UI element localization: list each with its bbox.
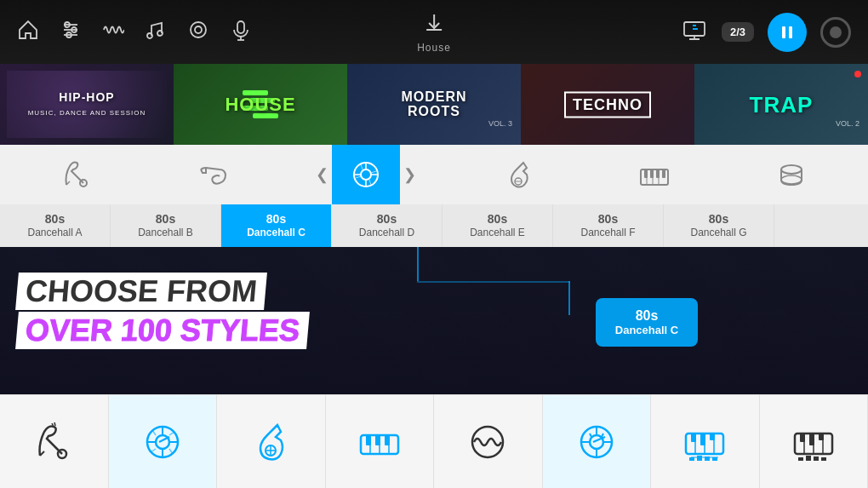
nav-left-icons: [17, 19, 252, 46]
svg-rect-72: [800, 433, 805, 442]
svg-rect-28: [656, 169, 660, 178]
nav-right-icons: 2/3: [681, 13, 851, 52]
svg-point-19: [361, 169, 371, 180]
promo-line1: CHOOSE FROM: [24, 273, 259, 308]
svg-rect-65: [697, 456, 702, 461]
nav-counter: 2/3: [722, 22, 754, 42]
instrument-row: ❮ ❯: [0, 145, 868, 204]
svg-rect-76: [806, 456, 811, 461]
style-80s-dancehall-d[interactable]: 80s Dancehall D: [332, 204, 443, 247]
svg-rect-47: [375, 435, 380, 445]
promo-banner: CHOOSE FROM OVER 100 STYLES: [17, 273, 308, 349]
main-content-area: CHOOSE FROM OVER 100 STYLES 80s Dancehal…: [0, 247, 868, 488]
genre-card-modern-roots[interactable]: MODERNROOTS VOL. 3: [347, 64, 521, 145]
top-navigation: House 2/3: [0, 0, 868, 64]
genre-label-hip-hop: HIP-HOPMUSIC, DANCE AND SESSION: [28, 90, 146, 119]
bottom-instrument-scratch[interactable]: [109, 395, 218, 488]
genre-label-house: HOUSE: [225, 94, 295, 116]
svg-line-53: [590, 433, 591, 437]
svg-rect-27: [650, 169, 654, 178]
svg-point-31: [781, 175, 802, 184]
bottom-instrument-keyboard[interactable]: [326, 395, 435, 488]
svg-rect-26: [644, 169, 648, 178]
bottom-instrument-grid: [0, 394, 868, 488]
genre-strip: HIP-HOPMUSIC, DANCE AND SESSION HOUSE MO…: [0, 64, 868, 145]
genre-label-techno: TECHNO: [564, 91, 651, 118]
genre-vol-modern: VOL. 3: [488, 119, 512, 128]
loop-icon[interactable]: [187, 19, 209, 46]
svg-rect-29: [662, 169, 665, 178]
svg-point-30: [781, 165, 802, 174]
screen-icon[interactable]: [681, 17, 708, 48]
svg-point-6: [147, 33, 152, 38]
nav-center: House: [417, 11, 451, 54]
svg-rect-73: [809, 433, 814, 445]
svg-rect-15: [789, 26, 792, 38]
svg-point-9: [195, 26, 202, 33]
bottom-instrument-keyboard-eq2[interactable]: [760, 395, 869, 488]
svg-rect-10: [237, 21, 244, 33]
genre-card-trap[interactable]: TRAP VOL. 2: [694, 64, 868, 145]
svg-rect-64: [689, 457, 694, 461]
style-80s-dancehall-b[interactable]: 80s Dancehall B: [111, 204, 221, 247]
record-button[interactable]: [820, 17, 851, 48]
svg-rect-77: [814, 456, 819, 461]
svg-rect-14: [782, 26, 785, 38]
popup-card-title: 80s: [611, 308, 682, 324]
style-selector-row: 80s Dancehall A 80s Dancehall B 80s Danc…: [0, 204, 868, 247]
style-80s-dancehall-g[interactable]: 80s Dancehall G: [664, 204, 774, 247]
genre-label-modern-roots: MODERNROOTS: [401, 89, 466, 119]
instrument-guitar[interactable]: [484, 145, 552, 204]
instrument-bass[interactable]: [43, 145, 111, 204]
bottom-instrument-bass[interactable]: [0, 395, 109, 488]
nav-center-label: House: [417, 42, 451, 54]
svg-line-55: [602, 433, 603, 437]
svg-rect-62: [710, 433, 715, 440]
svg-rect-74: [819, 433, 824, 440]
genre-label-trap: TRAP: [750, 91, 814, 118]
instrument-horn[interactable]: [179, 145, 247, 204]
svg-point-8: [191, 22, 206, 37]
connector-line-right: [568, 281, 570, 315]
svg-rect-67: [712, 457, 717, 461]
bottom-instrument-wave[interactable]: [434, 395, 543, 488]
popup-card[interactable]: 80s Dancehall C: [596, 298, 698, 347]
style-80s-dancehall-a[interactable]: 80s Dancehall A: [0, 204, 111, 247]
notes-icon[interactable]: [145, 19, 167, 46]
svg-rect-46: [366, 435, 371, 445]
connector-line-horiz: [417, 281, 570, 283]
bottom-instrument-guitar[interactable]: [217, 395, 326, 488]
svg-point-7: [157, 31, 163, 36]
instrument-arrow-left[interactable]: ❮: [316, 165, 328, 184]
instrument-arrow-right[interactable]: ❯: [403, 165, 416, 184]
instrument-scratch[interactable]: [332, 145, 400, 204]
svg-rect-61: [700, 433, 705, 445]
genre-card-hip-hop[interactable]: HIP-HOPMUSIC, DANCE AND SESSION: [0, 64, 174, 145]
connector-line-top: [417, 247, 419, 281]
genre-card-house[interactable]: HOUSE: [174, 64, 347, 145]
mic-icon[interactable]: [230, 19, 252, 46]
svg-rect-60: [691, 433, 696, 442]
svg-rect-66: [705, 456, 710, 461]
genre-vol-trap: VOL. 2: [836, 119, 859, 128]
svg-point-51: [590, 435, 603, 449]
home-icon[interactable]: [17, 19, 39, 46]
style-80s-dancehall-e[interactable]: 80s Dancehall E: [443, 204, 553, 247]
waveform-icon[interactable]: [102, 19, 124, 46]
pause-button[interactable]: [768, 13, 807, 52]
promo-line2: OVER 100 STYLES: [24, 313, 301, 347]
style-80s-dancehall-f[interactable]: 80s Dancehall F: [553, 204, 664, 247]
svg-line-35: [54, 422, 55, 426]
record-dot: [830, 26, 842, 38]
svg-rect-78: [821, 457, 826, 461]
instrument-keyboard[interactable]: [620, 145, 688, 204]
instrument-drum[interactable]: [757, 145, 825, 204]
genre-dot-trap: [854, 71, 861, 78]
bottom-instrument-disc-eq[interactable]: [543, 395, 652, 488]
genre-card-techno[interactable]: TECHNO: [521, 64, 694, 145]
mixer-icon[interactable]: [60, 19, 82, 46]
popup-card-sub: Dancehall C: [611, 324, 682, 336]
style-80s-dancehall-c[interactable]: 80s Dancehall C: [221, 204, 332, 247]
download-icon[interactable]: [422, 11, 446, 38]
bottom-instrument-keyboard-eq[interactable]: [651, 395, 760, 488]
